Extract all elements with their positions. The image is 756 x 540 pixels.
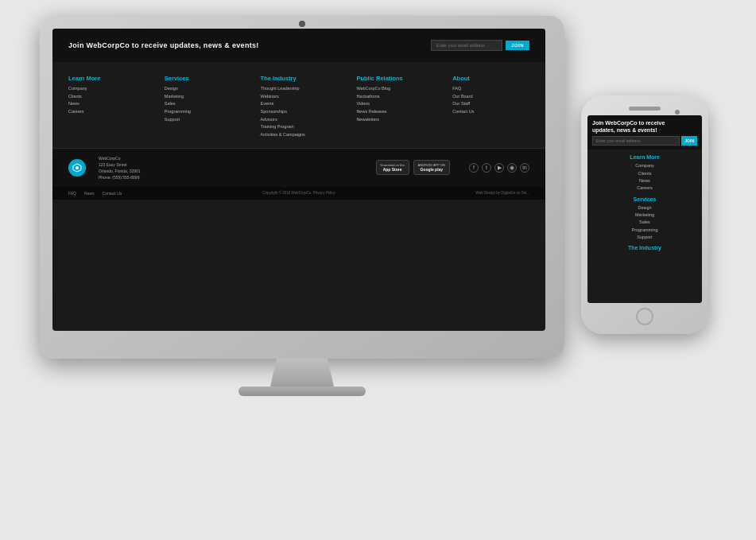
nav-item[interactable]: Sponsorships: [261, 109, 338, 115]
nav-item[interactable]: Activities & Campaigns: [261, 132, 338, 138]
phone-number: Phone: (555) 555-8899: [99, 174, 141, 181]
facebook-icon[interactable]: f: [469, 163, 479, 173]
phone-join-title: Join WebCorpCo to receive updates, news …: [592, 119, 697, 134]
phone-nav-item[interactable]: News: [595, 177, 694, 185]
app-store-name: App Store: [383, 167, 402, 172]
nav-col-services: Services Design Marketing Sales Programm…: [165, 75, 242, 140]
nav-col-learn-more: Learn More Company Clients News Careers: [68, 75, 145, 140]
phone-nav-item[interactable]: Support: [595, 234, 694, 241]
phone-nav-item[interactable]: Sales: [595, 219, 694, 226]
nav-col-pr: Public Relations WebCorpCo Blog Hackatho…: [356, 75, 433, 140]
nav-item[interactable]: Newsletters: [356, 117, 433, 123]
phone-speaker: [629, 107, 661, 111]
desktop-join-button[interactable]: JOIN: [506, 41, 529, 50]
nav-item[interactable]: WebCorpCo Blog: [356, 86, 433, 92]
desktop-join-bar: Join WebCorpCo to receive updates, news …: [52, 29, 545, 62]
nav-item[interactable]: Advisors: [261, 117, 338, 123]
nav-item[interactable]: Hackathons: [356, 94, 433, 100]
company-logo-icon: [68, 159, 86, 177]
bottom-link-contact[interactable]: Contact Us: [103, 191, 122, 196]
nav-item[interactable]: Webinars: [261, 94, 338, 100]
nav-item[interactable]: Marketing: [165, 94, 242, 100]
phone-nav-item[interactable]: Clients: [595, 170, 694, 177]
phone-content: Join WebCorpCo to receive updates, news …: [587, 115, 702, 303]
nav-item[interactable]: Events: [261, 101, 338, 107]
nav-item[interactable]: Training Program: [261, 124, 338, 130]
nav-item[interactable]: Thought Leadership: [261, 86, 338, 92]
nav-item[interactable]: Company: [68, 86, 145, 92]
phone: Join WebCorpCo to receive updates, news …: [581, 95, 708, 334]
nav-item[interactable]: Contact Us: [452, 109, 529, 115]
bottom-link-news[interactable]: News: [84, 191, 95, 196]
phone-nav-item[interactable]: Design: [595, 204, 694, 212]
phone-wrap: Join WebCorpCo to receive updates, news …: [581, 95, 708, 334]
scene: Join WebCorpCo to receive updates, news …: [0, 0, 756, 540]
nav-item[interactable]: Our Board: [452, 94, 529, 100]
desktop-bottom-bar: FAQ News Contact Us Copyright © 2016 Web…: [52, 187, 545, 200]
phone-join-button[interactable]: JOIN: [681, 136, 697, 146]
address-line2: Orlando, Florida, 32801: [99, 168, 141, 174]
phone-email-input[interactable]: [592, 136, 680, 146]
monitor-bezel: Join WebCorpCo to receive updates, news …: [40, 16, 564, 359]
phone-nav-item[interactable]: Company: [595, 162, 694, 169]
bottom-link-faq[interactable]: FAQ: [68, 191, 76, 196]
nav-item[interactable]: Programming: [165, 109, 242, 115]
google-play-badge[interactable]: ANDROID APP ON Google play: [413, 160, 450, 175]
copyright-text: Copyright © 2016 WebCorpCo. Privacy Poli…: [262, 191, 335, 195]
bottom-links: FAQ News Contact Us: [68, 191, 122, 196]
desktop-footer-info: WebCorpCo 123 Easy Street Orlando, Flori…: [52, 148, 545, 187]
desktop-email-input[interactable]: [431, 40, 502, 51]
social-icons: f t ▶ ◉ in: [469, 163, 529, 173]
monitor-screen: Join WebCorpCo to receive updates, news …: [52, 29, 545, 331]
nav-item[interactable]: FAQ: [452, 86, 529, 92]
monitor-camera: [299, 21, 305, 27]
screen-content: Join WebCorpCo to receive updates, news …: [52, 29, 545, 331]
address-line1: 123 Easy Street: [99, 161, 141, 168]
nav-heading-pr: Public Relations: [356, 75, 433, 82]
footer-address: WebCorpCo 123 Easy Street Orlando, Flori…: [99, 155, 141, 181]
nav-heading-industry: The Industry: [261, 75, 338, 82]
company-name: WebCorpCo: [99, 155, 141, 161]
phone-nav-heading-services: Services: [595, 196, 694, 202]
phone-nav-heading-industry: The Industry: [595, 245, 694, 251]
nav-item[interactable]: Support: [165, 117, 242, 123]
monitor-base: [238, 387, 366, 396]
nav-item[interactable]: Videos: [356, 101, 433, 107]
linkedin-icon[interactable]: in: [520, 163, 529, 173]
nav-item[interactable]: Careers: [68, 109, 145, 115]
phone-join-form: JOIN: [592, 136, 697, 146]
phone-nav-item[interactable]: Careers: [595, 185, 694, 192]
phone-nav-item[interactable]: Marketing: [595, 212, 694, 219]
instagram-icon[interactable]: ◉: [507, 163, 517, 173]
nav-heading-learn-more: Learn More: [68, 75, 145, 82]
phone-home-button[interactable]: [636, 308, 653, 325]
google-play-name: Google play: [420, 167, 443, 172]
phone-nav-item[interactable]: Programming: [595, 227, 694, 234]
phone-nav-heading-learn-more: Learn More: [595, 154, 694, 160]
desktop-nav-section: Learn More Company Clients News Careers …: [52, 62, 545, 148]
nav-item[interactable]: Our Staff: [452, 101, 529, 107]
phone-camera-icon: [675, 110, 680, 115]
nav-item[interactable]: Design: [165, 86, 242, 92]
svg-point-0: [76, 166, 79, 169]
app-store-badge[interactable]: Download on the App Store: [376, 160, 409, 175]
nav-item[interactable]: News: [68, 101, 145, 107]
nav-col-industry: The Industry Thought Leadership Webinars…: [261, 75, 338, 140]
desktop-join-title: Join WebCorpCo to receive updates, news …: [68, 41, 259, 49]
phone-join-bar: Join WebCorpCo to receive updates, news …: [587, 115, 702, 150]
phone-screen: Join WebCorpCo to receive updates, news …: [587, 115, 702, 303]
nav-heading-services: Services: [165, 75, 242, 82]
monitor-stand: [270, 359, 334, 387]
app-badges: Download on the App Store ANDROID APP ON…: [376, 160, 450, 175]
credit-text: Web Design by DigitalUs on Sol...: [476, 191, 529, 195]
monitor-wrap: Join WebCorpCo to receive updates, news …: [40, 16, 564, 382]
nav-heading-about: About: [452, 75, 529, 82]
nav-item[interactable]: Clients: [68, 94, 145, 100]
phone-bezel: Join WebCorpCo to receive updates, news …: [581, 95, 708, 334]
youtube-icon[interactable]: ▶: [494, 163, 504, 173]
nav-col-about: About FAQ Our Board Our Staff Contact Us: [452, 75, 529, 140]
nav-item[interactable]: Sales: [165, 101, 242, 107]
twitter-icon[interactable]: t: [482, 163, 491, 173]
nav-item[interactable]: News Releases: [356, 109, 433, 115]
desktop-join-form: JOIN: [431, 40, 529, 51]
